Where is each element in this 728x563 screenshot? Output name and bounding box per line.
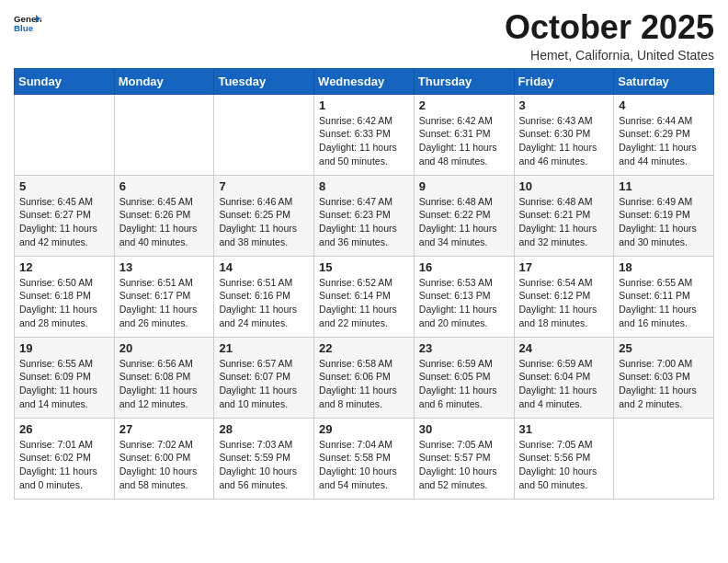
day-number: 20 [119,341,210,355]
table-row: 12Sunrise: 6:50 AM Sunset: 6:18 PM Dayli… [15,256,115,337]
day-info: Sunrise: 6:45 AM Sunset: 6:27 PM Dayligh… [19,195,109,249]
day-info: Sunrise: 6:43 AM Sunset: 6:30 PM Dayligh… [519,114,609,168]
table-row: 14Sunrise: 6:51 AM Sunset: 6:16 PM Dayli… [214,256,314,337]
table-row: 26Sunrise: 7:01 AM Sunset: 6:02 PM Dayli… [15,418,115,499]
table-row: 10Sunrise: 6:48 AM Sunset: 6:21 PM Dayli… [514,175,614,256]
day-number: 2 [419,98,509,112]
month-title: October 2025 [505,9,714,46]
day-number: 4 [619,98,709,112]
day-info: Sunrise: 6:50 AM Sunset: 6:18 PM Dayligh… [19,276,109,330]
day-number: 21 [219,341,309,355]
svg-text:Blue: Blue [14,23,34,33]
day-number: 24 [519,341,609,355]
day-info: Sunrise: 7:02 AM Sunset: 6:00 PM Dayligh… [119,438,210,492]
day-number: 13 [119,260,210,274]
col-sunday: Sunday [15,68,115,94]
day-number: 22 [319,341,409,355]
day-info: Sunrise: 6:56 AM Sunset: 6:08 PM Dayligh… [119,357,210,411]
table-row: 2Sunrise: 6:42 AM Sunset: 6:31 PM Daylig… [414,94,514,175]
day-info: Sunrise: 6:45 AM Sunset: 6:26 PM Dayligh… [119,195,210,249]
table-row [15,94,115,175]
day-info: Sunrise: 6:51 AM Sunset: 6:17 PM Dayligh… [119,276,210,330]
day-number: 7 [219,179,309,193]
calendar-week-row: 5Sunrise: 6:45 AM Sunset: 6:27 PM Daylig… [15,175,714,256]
day-number: 8 [319,179,409,193]
day-number: 30 [419,422,509,436]
day-number: 6 [119,179,210,193]
table-row [114,94,214,175]
day-number: 14 [219,260,309,274]
day-info: Sunrise: 7:04 AM Sunset: 5:58 PM Dayligh… [319,438,409,492]
day-number: 25 [619,341,709,355]
day-info: Sunrise: 6:51 AM Sunset: 6:16 PM Dayligh… [219,276,309,330]
day-info: Sunrise: 6:59 AM Sunset: 6:05 PM Dayligh… [419,357,509,411]
table-row: 24Sunrise: 6:59 AM Sunset: 6:04 PM Dayli… [514,337,614,418]
table-row: 15Sunrise: 6:52 AM Sunset: 6:14 PM Dayli… [314,256,415,337]
day-number: 16 [419,260,509,274]
day-info: Sunrise: 7:05 AM Sunset: 5:57 PM Dayligh… [419,438,509,492]
day-info: Sunrise: 6:57 AM Sunset: 6:07 PM Dayligh… [219,357,309,411]
calendar-week-row: 12Sunrise: 6:50 AM Sunset: 6:18 PM Dayli… [15,256,714,337]
day-number: 19 [19,341,109,355]
table-row: 25Sunrise: 7:00 AM Sunset: 6:03 PM Dayli… [614,337,714,418]
day-info: Sunrise: 6:49 AM Sunset: 6:19 PM Dayligh… [619,195,709,249]
table-row: 11Sunrise: 6:49 AM Sunset: 6:19 PM Dayli… [614,175,714,256]
day-info: Sunrise: 6:47 AM Sunset: 6:23 PM Dayligh… [319,195,409,249]
day-info: Sunrise: 7:01 AM Sunset: 6:02 PM Dayligh… [19,438,109,492]
day-info: Sunrise: 6:52 AM Sunset: 6:14 PM Dayligh… [319,276,409,330]
table-row: 16Sunrise: 6:53 AM Sunset: 6:13 PM Dayli… [414,256,514,337]
table-row: 1Sunrise: 6:42 AM Sunset: 6:33 PM Daylig… [314,94,415,175]
day-info: Sunrise: 6:48 AM Sunset: 6:21 PM Dayligh… [519,195,609,249]
day-info: Sunrise: 6:55 AM Sunset: 6:11 PM Dayligh… [619,276,709,330]
day-info: Sunrise: 6:55 AM Sunset: 6:09 PM Dayligh… [19,357,109,411]
table-row: 3Sunrise: 6:43 AM Sunset: 6:30 PM Daylig… [514,94,614,175]
table-row: 29Sunrise: 7:04 AM Sunset: 5:58 PM Dayli… [314,418,415,499]
col-thursday: Thursday [414,68,514,94]
table-row: 9Sunrise: 6:48 AM Sunset: 6:22 PM Daylig… [414,175,514,256]
table-row: 13Sunrise: 6:51 AM Sunset: 6:17 PM Dayli… [114,256,214,337]
logo-icon: General Blue [14,9,41,37]
table-row: 23Sunrise: 6:59 AM Sunset: 6:05 PM Dayli… [414,337,514,418]
day-number: 27 [119,422,210,436]
day-number: 10 [519,179,609,193]
table-row: 21Sunrise: 6:57 AM Sunset: 6:07 PM Dayli… [214,337,314,418]
location-subtitle: Hemet, California, United States [505,48,714,63]
day-number: 23 [419,341,509,355]
table-row: 6Sunrise: 6:45 AM Sunset: 6:26 PM Daylig… [114,175,214,256]
table-row: 30Sunrise: 7:05 AM Sunset: 5:57 PM Dayli… [414,418,514,499]
day-number: 17 [519,260,609,274]
day-number: 3 [519,98,609,112]
day-info: Sunrise: 6:42 AM Sunset: 6:31 PM Dayligh… [419,114,509,168]
header: General Blue October 2025 Hemet, Califor… [14,9,714,63]
day-info: Sunrise: 7:00 AM Sunset: 6:03 PM Dayligh… [619,357,709,411]
day-info: Sunrise: 6:46 AM Sunset: 6:25 PM Dayligh… [219,195,309,249]
day-info: Sunrise: 6:44 AM Sunset: 6:29 PM Dayligh… [619,114,709,168]
day-number: 18 [619,260,709,274]
day-info: Sunrise: 6:59 AM Sunset: 6:04 PM Dayligh… [519,357,609,411]
calendar-week-row: 19Sunrise: 6:55 AM Sunset: 6:09 PM Dayli… [15,337,714,418]
day-number: 15 [319,260,409,274]
table-row: 20Sunrise: 6:56 AM Sunset: 6:08 PM Dayli… [114,337,214,418]
title-area: October 2025 Hemet, California, United S… [505,9,714,63]
calendar-week-row: 1Sunrise: 6:42 AM Sunset: 6:33 PM Daylig… [15,94,714,175]
day-info: Sunrise: 6:54 AM Sunset: 6:12 PM Dayligh… [519,276,609,330]
table-row: 27Sunrise: 7:02 AM Sunset: 6:00 PM Dayli… [114,418,214,499]
table-row: 18Sunrise: 6:55 AM Sunset: 6:11 PM Dayli… [614,256,714,337]
day-info: Sunrise: 7:05 AM Sunset: 5:56 PM Dayligh… [519,438,609,492]
day-info: Sunrise: 7:03 AM Sunset: 5:59 PM Dayligh… [219,438,309,492]
day-info: Sunrise: 6:58 AM Sunset: 6:06 PM Dayligh… [319,357,409,411]
day-number: 9 [419,179,509,193]
day-number: 11 [619,179,709,193]
day-number: 5 [19,179,109,193]
table-row [214,94,314,175]
table-row: 7Sunrise: 6:46 AM Sunset: 6:25 PM Daylig… [214,175,314,256]
table-row: 19Sunrise: 6:55 AM Sunset: 6:09 PM Dayli… [15,337,115,418]
col-saturday: Saturday [614,68,714,94]
table-row: 31Sunrise: 7:05 AM Sunset: 5:56 PM Dayli… [514,418,614,499]
calendar-header-row: Sunday Monday Tuesday Wednesday Thursday… [15,68,714,94]
day-number: 28 [219,422,309,436]
col-friday: Friday [514,68,614,94]
day-number: 31 [519,422,609,436]
day-info: Sunrise: 6:42 AM Sunset: 6:33 PM Dayligh… [319,114,409,168]
table-row: 22Sunrise: 6:58 AM Sunset: 6:06 PM Dayli… [314,337,415,418]
